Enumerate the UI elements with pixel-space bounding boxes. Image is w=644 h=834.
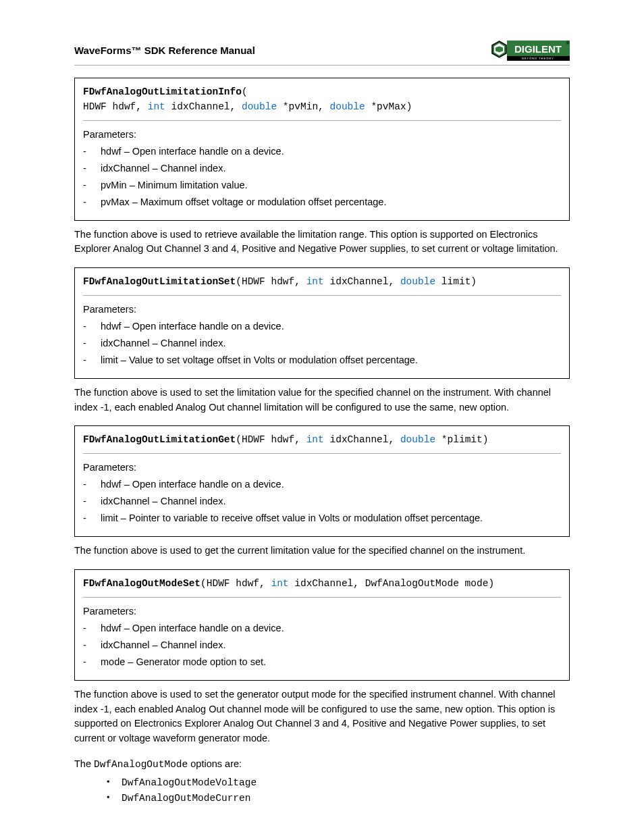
function-description: The function above is used to set the ge… <box>74 687 570 746</box>
parameter-item: -pvMin – Minimum limitation value. <box>83 178 561 192</box>
digilent-logo: DIGILENT BEYOND THEORY R <box>491 41 570 61</box>
function-signature: FDwfAnalogOutLimitationInfo(HDWF hdwf, i… <box>83 85 561 121</box>
function-box: FDwfAnalogOutLimitationGet(HDWF hdwf, in… <box>74 425 570 537</box>
parameters-label: Parameters: <box>83 303 561 317</box>
parameters-label: Parameters: <box>83 461 561 475</box>
parameters-list: -hdwf – Open interface handle on a devic… <box>83 477 561 525</box>
parameters-list: -hdwf – Open interface handle on a devic… <box>83 319 561 367</box>
parameters-list: -hdwf – Open interface handle on a devic… <box>83 621 561 669</box>
function-box: FDwfAnalogOutLimitationInfo(HDWF hdwf, i… <box>74 78 570 221</box>
parameter-item: -limit – Value to set voltage offset in … <box>83 353 561 367</box>
parameter-item: -hdwf – Open interface handle on a devic… <box>83 477 561 492</box>
function-description: The function above is used to retrieve a… <box>74 228 570 257</box>
option-item: •DwfAnalogOutModeCurren <box>107 791 570 806</box>
header-title: WaveForms™ SDK Reference Manual <box>74 43 255 58</box>
option-item: •DwfAnalogOutModeVoltage <box>107 776 570 790</box>
function-signature: FDwfAnalogOutModeSet(HDWF hdwf, int idxC… <box>83 577 561 598</box>
svg-text:BEYOND THEORY: BEYOND THEORY <box>522 57 554 60</box>
parameters-label: Parameters: <box>83 604 561 619</box>
function-box: FDwfAnalogOutModeSet(HDWF hdwf, int idxC… <box>74 569 570 681</box>
parameter-item: -idxChannel – Channel index. <box>83 336 561 350</box>
svg-text:DIGILENT: DIGILENT <box>514 43 562 55</box>
options-intro-suffix: options are: <box>188 758 242 769</box>
parameter-item: -idxChannel – Channel index. <box>83 161 561 176</box>
parameters-label: Parameters: <box>83 128 561 142</box>
function-signature: FDwfAnalogOutLimitationGet(HDWF hdwf, in… <box>83 433 561 454</box>
parameter-item: -idxChannel – Channel index. <box>83 638 561 652</box>
function-description: The function above is used to set the li… <box>74 386 570 415</box>
function-box: FDwfAnalogOutLimitationSet(HDWF hdwf, in… <box>74 267 570 379</box>
options-intro-type: DwfAnalogOutMode <box>94 759 188 770</box>
parameter-item: -pvMax – Maximum offset voltage or modul… <box>83 195 561 209</box>
options-intro: The DwfAnalogOutMode options are: <box>74 757 570 772</box>
options-intro-prefix: The <box>74 758 94 769</box>
parameter-item: -hdwf – Open interface handle on a devic… <box>83 621 561 635</box>
parameter-item: -mode – Generator mode option to set. <box>83 655 561 669</box>
parameter-item: -hdwf – Open interface handle on a devic… <box>83 145 561 159</box>
parameter-item: -idxChannel – Channel index. <box>83 494 561 509</box>
parameter-item: -limit – Pointer to variable to receive … <box>83 511 561 525</box>
parameter-item: -hdwf – Open interface handle on a devic… <box>83 319 561 334</box>
function-description: The function above is used to get the cu… <box>74 544 570 558</box>
function-signature: FDwfAnalogOutLimitationSet(HDWF hdwf, in… <box>83 275 561 296</box>
parameters-list: -hdwf – Open interface handle on a devic… <box>83 145 561 209</box>
options-list: •DwfAnalogOutModeVoltage•DwfAnalogOutMod… <box>74 776 570 806</box>
page-header: WaveForms™ SDK Reference Manual DIGILENT… <box>74 41 570 66</box>
